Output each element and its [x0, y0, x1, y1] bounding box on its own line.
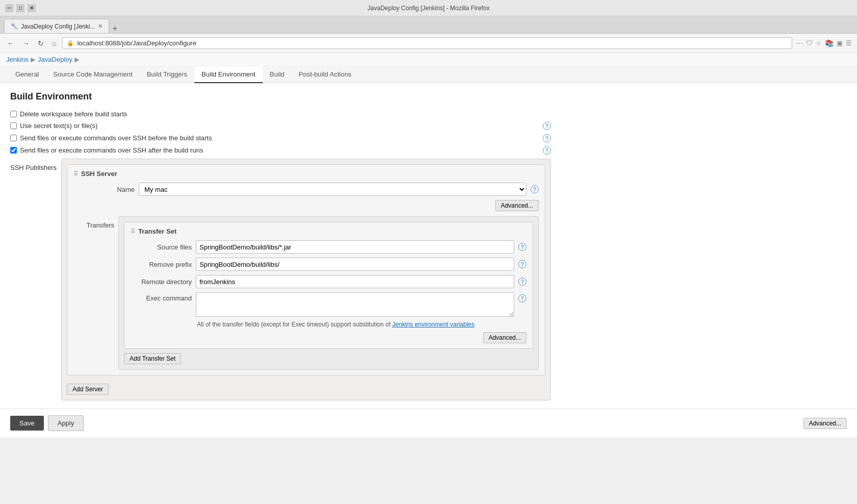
content-area: Build Environment Delete workspace befor…: [0, 83, 561, 409]
browser-tab[interactable]: 🔧 JavaDeploy Config [Jenki... ✕: [4, 19, 109, 33]
save-button[interactable]: Save: [10, 416, 44, 431]
transfers-label: Transfers: [73, 216, 114, 370]
breadcrumb-jenkins[interactable]: Jenkins: [6, 56, 29, 63]
address-text: localhost:8088/job/JavaDeploy/configure: [77, 39, 196, 47]
ssh-server-title: SSH Server: [81, 170, 117, 178]
transfer-info: All of the transfer fields (except for E…: [197, 321, 526, 328]
remote-directory-help-icon[interactable]: ?: [518, 278, 526, 286]
ssh-server-block: ⠿ SSH Server Name My mac ? Advanced...: [67, 164, 545, 375]
exec-command-textarea[interactable]: [196, 292, 514, 317]
transfer-advanced-button[interactable]: Advanced...: [483, 332, 526, 343]
breadcrumb-sep-2: ▶: [74, 56, 80, 63]
tab-label: JavaDeploy Config [Jenki...: [21, 23, 95, 30]
exec-command-label: Exec command: [131, 292, 192, 302]
send-after-label: Send files or execute commands over SSH …: [20, 146, 203, 154]
remove-prefix-input[interactable]: [196, 258, 514, 271]
reload-button[interactable]: ↻: [36, 38, 46, 48]
use-secret-help-icon[interactable]: ?: [543, 122, 551, 130]
main-content: General Source Code Management Build Tri…: [0, 66, 857, 437]
option-use-secret: Use secret text(s) or file(s) ?: [10, 122, 551, 130]
jenkins-env-vars-link[interactable]: Jenkins environment variables: [392, 321, 474, 328]
drag-handle-icon: ⠿: [73, 170, 78, 178]
transfer-drag-handle: ⠿: [131, 228, 135, 235]
add-server-button[interactable]: Add Server: [67, 384, 109, 395]
remote-directory-input[interactable]: [196, 275, 514, 288]
bottom-bar: Save Apply Advanced...: [0, 409, 857, 437]
send-before-help-icon[interactable]: ?: [543, 134, 551, 142]
ssh-publishers-label: SSH Publishers: [10, 159, 61, 400]
address-bar[interactable]: 🔒 localhost:8088/job/JavaDeploy/configur…: [62, 37, 792, 49]
transfers-content: ⠿ Transfer Set Source files ?: [118, 216, 539, 370]
shield-icon[interactable]: 🛡: [806, 39, 813, 47]
use-secret-checkbox[interactable]: [10, 122, 17, 129]
breadcrumb-javadeploy[interactable]: JavaDeploy: [38, 56, 72, 63]
breadcrumb-sep-1: ▶: [31, 56, 36, 63]
send-before-label: Send files or execute commands over SSH …: [20, 134, 212, 142]
home-button[interactable]: ⌂: [50, 38, 58, 48]
browser-addressbar: ← → ↻ ⌂ 🔒 localhost:8088/job/JavaDeploy/…: [0, 34, 857, 53]
tab-build-triggers[interactable]: Build Triggers: [140, 66, 194, 83]
remove-prefix-row: Remove prefix ?: [131, 258, 526, 271]
ssh-server-header: ⠿ SSH Server: [73, 170, 539, 178]
send-after-help-icon[interactable]: ?: [543, 146, 551, 155]
breadcrumb: Jenkins ▶ JavaDeploy ▶: [0, 53, 857, 66]
tab-close-button[interactable]: ✕: [98, 23, 103, 30]
layout-icon[interactable]: ▣: [837, 39, 843, 47]
tab-source-code-management[interactable]: Source Code Management: [46, 66, 139, 83]
bookmark-icon[interactable]: ☆: [816, 39, 822, 47]
remove-prefix-label: Remove prefix: [131, 261, 192, 268]
ssh-name-select[interactable]: My mac: [139, 183, 526, 196]
tab-post-build-actions[interactable]: Post-build Actions: [292, 66, 359, 83]
delete-workspace-checkbox[interactable]: [10, 111, 17, 117]
window-title: JavaDeploy Config [Jenkins] - Mozilla Fi…: [36, 5, 821, 12]
new-tab-button[interactable]: +: [109, 24, 120, 33]
exec-command-row: Exec command ?: [131, 292, 526, 317]
browser-tabbar: 🔧 JavaDeploy Config [Jenki... ✕ +: [0, 16, 857, 34]
use-secret-label: Use secret text(s) or file(s): [20, 122, 97, 130]
option-send-after: Send files or execute commands over SSH …: [10, 146, 551, 155]
ssh-advanced-row: Advanced...: [73, 200, 539, 211]
option-send-before: Send files or execute commands over SSH …: [10, 134, 551, 142]
ssh-name-row: Name My mac ?: [73, 183, 539, 196]
browser-action-icons: ⋯ 🛡 ☆ 📚 ▣ ☰: [796, 39, 852, 47]
add-transfer-set-button[interactable]: Add Transfer Set: [124, 353, 181, 364]
ssh-publishers-content: ⠿ SSH Server Name My mac ? Advanced...: [61, 159, 551, 400]
remote-directory-row: Remote directory ?: [131, 275, 526, 288]
more-options-icon[interactable]: ⋯: [796, 39, 803, 47]
remote-directory-label: Remote directory: [131, 278, 192, 286]
source-files-label: Source files: [131, 243, 192, 251]
minimize-button[interactable]: ─: [5, 4, 13, 12]
ssh-name-label: Name: [73, 186, 135, 193]
delete-workspace-label: Delete workspace before build starts: [20, 110, 127, 118]
tab-general[interactable]: General: [8, 66, 46, 83]
source-files-row: Source files ?: [131, 240, 526, 254]
security-icon: 🔒: [67, 40, 74, 46]
ssh-publishers-block: SSH Publishers ⠿ SSH Server Name My mac …: [10, 159, 551, 400]
transfer-set-header: ⠿ Transfer Set: [131, 228, 526, 235]
browser-titlebar: ─ □ ✕ JavaDeploy Config [Jenkins] - Mozi…: [0, 0, 857, 16]
send-after-checkbox[interactable]: [10, 147, 17, 154]
hamburger-menu[interactable]: ☰: [846, 39, 852, 47]
apply-button[interactable]: Apply: [48, 415, 84, 431]
exec-command-help-icon[interactable]: ?: [518, 294, 526, 303]
tab-favicon: 🔧: [11, 23, 18, 30]
source-files-input[interactable]: [196, 240, 514, 254]
ssh-advanced-button[interactable]: Advanced...: [495, 200, 539, 211]
send-before-checkbox[interactable]: [10, 135, 17, 141]
close-button[interactable]: ✕: [28, 4, 36, 12]
back-button[interactable]: ←: [5, 38, 16, 48]
forward-button[interactable]: →: [20, 38, 32, 48]
maximize-button[interactable]: □: [16, 4, 24, 12]
tab-build[interactable]: Build: [263, 66, 292, 83]
page-title: Build Environment: [10, 91, 551, 102]
tab-build-environment[interactable]: Build Environment: [194, 66, 263, 83]
transfer-set-title: Transfer Set: [138, 228, 177, 235]
option-delete-workspace: Delete workspace before build starts: [10, 110, 551, 118]
remove-prefix-help-icon[interactable]: ?: [518, 260, 526, 268]
bookmarks-button[interactable]: 📚: [825, 39, 834, 47]
source-files-help-icon[interactable]: ?: [518, 243, 526, 251]
transfer-set-block: ⠿ Transfer Set Source files ?: [124, 222, 533, 349]
transfer-advanced-row: Advanced...: [131, 332, 526, 343]
ssh-name-help-icon[interactable]: ?: [531, 185, 539, 193]
bottom-advanced-button[interactable]: Advanced...: [803, 418, 847, 429]
